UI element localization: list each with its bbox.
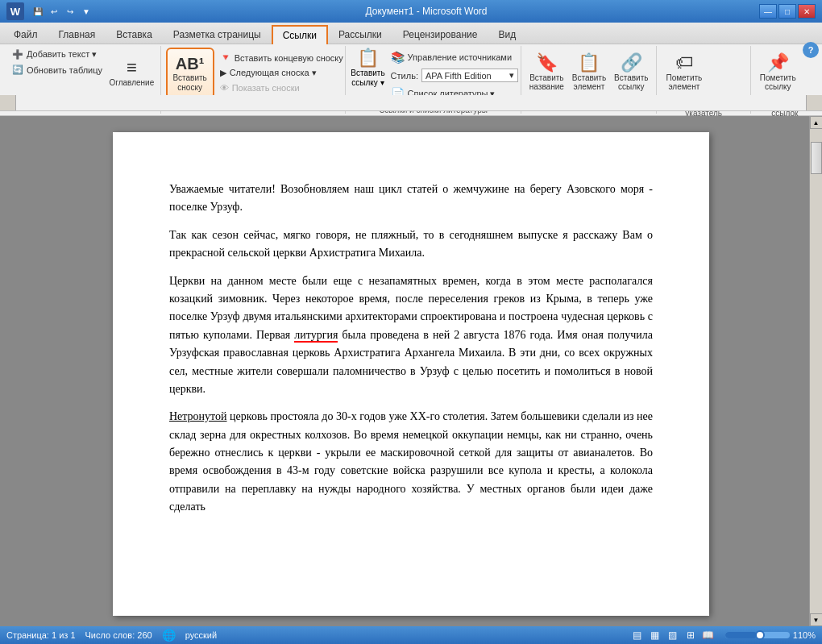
next-footnote-label: Следующая сноска ▾ xyxy=(230,68,317,78)
group-footnotes-content: AB¹ Вставитьсноску 🔻 Вставить концевую с… xyxy=(166,48,341,99)
ruler-left-margin xyxy=(0,95,16,110)
quick-access: 💾 ↩ ↪ ▼ xyxy=(31,4,93,19)
ruler xyxy=(0,95,822,111)
style-label: Стиль: xyxy=(391,71,418,81)
group-citations-content: 📋 Вставитьссылку ▾ 📚 Управление источник… xyxy=(351,48,516,102)
mark-element-icon: 🏷 xyxy=(675,52,693,73)
manage-sources-button[interactable]: 📚 Управление источниками xyxy=(387,49,522,65)
caption-icon: 🔖 xyxy=(536,52,558,73)
insert-citation-label: Вставитьссылку ▾ xyxy=(351,69,384,88)
word-logo: W xyxy=(6,2,24,20)
group-contents-content: ➕ Добавить текст ▾ 🔄 Обновить таблицу ≡ … xyxy=(8,48,156,99)
style-value: APA Fifth Edition xyxy=(426,71,492,81)
manage-icon: 📚 xyxy=(391,51,405,64)
word-liturgy: литургия xyxy=(294,329,338,343)
document-scroll[interactable]: Уважаемые читатели! Возобновляем наш цик… xyxy=(0,116,822,626)
style-row: Стиль: APA Fifth Edition ▾ xyxy=(387,67,522,84)
status-bar: Страница: 1 из 1 Число слов: 260 🌐 русск… xyxy=(0,626,822,644)
help-button[interactable]: ? xyxy=(803,42,819,58)
redo-button[interactable]: ↪ xyxy=(63,4,77,19)
show-footnotes-button[interactable]: 👁 Показать сноски xyxy=(216,81,347,94)
tab-references[interactable]: Ссылки xyxy=(272,25,328,44)
view-web-icon[interactable]: ▦ xyxy=(648,628,662,642)
maximize-button[interactable]: □ xyxy=(778,4,796,19)
contents-icon: ≡ xyxy=(127,57,137,78)
view-fullscreen-icon[interactable]: ⊞ xyxy=(683,628,698,642)
citation-icon: 📋 xyxy=(357,48,379,69)
zoom-level: 110% xyxy=(793,630,816,640)
language: русский xyxy=(185,630,217,640)
insert-citation-button[interactable]: 📋 Вставитьссылку ▾ xyxy=(351,48,384,88)
style-dropdown[interactable]: APA Fifth Edition ▾ xyxy=(421,69,518,82)
title-bar: W 💾 ↩ ↪ ▼ Документ1 - Microsoft Word — □… xyxy=(0,0,822,23)
tab-review[interactable]: Рецензирование xyxy=(392,24,488,44)
help-area: ? xyxy=(803,42,819,58)
mark-citation-icon: 📌 xyxy=(767,52,789,73)
update-table-label: Обновить таблицу xyxy=(27,65,102,75)
word-untouched: Нетронутой xyxy=(169,410,227,422)
word-count: Число слов: 260 xyxy=(85,630,152,640)
add-icon: ➕ xyxy=(12,49,23,60)
scroll-down-arrow[interactable]: ▼ xyxy=(810,613,823,626)
zoom-fill xyxy=(725,632,758,638)
error-icon: 🌐 xyxy=(162,629,176,642)
tab-mailings[interactable]: Рассылки xyxy=(328,24,392,44)
save-button[interactable]: 💾 xyxy=(31,4,45,19)
tab-home[interactable]: Главная xyxy=(48,24,106,44)
ref-label: Вставитьссылку xyxy=(614,73,648,91)
insert-endnote-button[interactable]: 🔻 Вставить концевую сноску xyxy=(216,51,347,64)
caption-label: Вставитьназвание xyxy=(529,73,564,91)
show-icon: 👁 xyxy=(220,83,229,93)
status-left: Страница: 1 из 1 Число слов: 260 🌐 русск… xyxy=(6,629,217,642)
scroll-thumb[interactable] xyxy=(811,142,822,174)
minimize-button[interactable]: — xyxy=(759,4,777,19)
view-normal-icon[interactable]: ▤ xyxy=(630,628,645,642)
mark-element-button[interactable]: 🏷 Пометитьэлемент xyxy=(662,48,706,96)
element-label: Вставитьэлемент xyxy=(572,73,606,91)
next-icon: ▶ xyxy=(220,68,226,78)
endnote-icon: 🔻 xyxy=(220,52,231,63)
view-reading-icon[interactable]: ▨ xyxy=(666,628,680,642)
page-info: Страница: 1 из 1 xyxy=(6,630,76,640)
insert-element-button[interactable]: 📋 Вставитьэлемент xyxy=(569,48,609,96)
document-page: Уважаемые читатели! Возобновляем наш цик… xyxy=(113,132,709,616)
insert-ref-button[interactable]: 🔗 Вставитьссылку xyxy=(611,48,651,96)
next-footnote-button[interactable]: ▶ Следующая сноска ▾ xyxy=(216,66,347,80)
paragraph-2: Так как сезон сейчас, мягко говоря, не п… xyxy=(169,226,653,263)
tab-insert[interactable]: Вставка xyxy=(106,24,163,44)
paragraph-1: Уважаемые читатели! Возобновляем наш цик… xyxy=(169,181,653,217)
undo-button[interactable]: ↩ xyxy=(47,4,61,19)
contents-button[interactable]: ≡ Оглавление xyxy=(108,48,156,96)
style-dropdown-arrow: ▾ xyxy=(509,70,514,81)
update-table-button[interactable]: 🔄 Обновить таблицу xyxy=(8,63,106,77)
add-text-label: Добавить текст ▾ xyxy=(27,49,97,60)
insert-footnote-button[interactable]: AB¹ Вставитьсноску xyxy=(166,48,214,99)
insert-footnote-label: Вставитьсноску xyxy=(172,73,206,93)
zoom-control: 110% xyxy=(725,630,816,640)
view-book-icon[interactable]: 📖 xyxy=(701,628,716,642)
scrollbar-right[interactable]: ▲ ▼ xyxy=(809,116,822,626)
paragraph-4: Нетронутой церковь простояла до 30-х год… xyxy=(169,408,653,516)
ref-icon: 🔗 xyxy=(621,52,642,73)
scroll-up-arrow[interactable]: ▲ xyxy=(810,116,823,129)
quick-access-dropdown[interactable]: ▼ xyxy=(79,4,93,19)
insert-endnote-label: Вставить концевую сноску xyxy=(235,53,343,63)
ribbon-tabs: Файл Главная Вставка Разметка страницы С… xyxy=(0,23,822,44)
close-button[interactable]: ✕ xyxy=(798,4,816,19)
insert-caption-button[interactable]: 🔖 Вставитьназвание xyxy=(526,48,567,96)
tab-file[interactable]: Файл xyxy=(3,24,48,44)
update-icon: 🔄 xyxy=(12,64,23,75)
tab-view[interactable]: Вид xyxy=(488,24,526,44)
zoom-slider[interactable] xyxy=(725,632,790,638)
show-footnotes-label: Показать сноски xyxy=(232,83,300,93)
window-title: Документ1 - Microsoft Word xyxy=(93,6,759,17)
group-captions-content: 🔖 Вставитьназвание 📋 Вставитьэлемент 🔗 В… xyxy=(526,48,652,99)
tab-layout[interactable]: Разметка страницы xyxy=(163,24,272,44)
mark-citation-button[interactable]: 📌 Пометитьссылку xyxy=(756,48,800,96)
mark-citation-label: Пометитьссылку xyxy=(760,73,796,91)
zoom-thumb[interactable] xyxy=(755,630,765,640)
add-text-button[interactable]: ➕ Добавить текст ▾ xyxy=(8,48,106,61)
title-bar-controls: — □ ✕ xyxy=(759,4,816,19)
group-index-content: 🏷 Пометитьэлемент xyxy=(662,48,745,96)
paragraph-3: Церкви на данном месте были еще с незапа… xyxy=(169,272,653,399)
